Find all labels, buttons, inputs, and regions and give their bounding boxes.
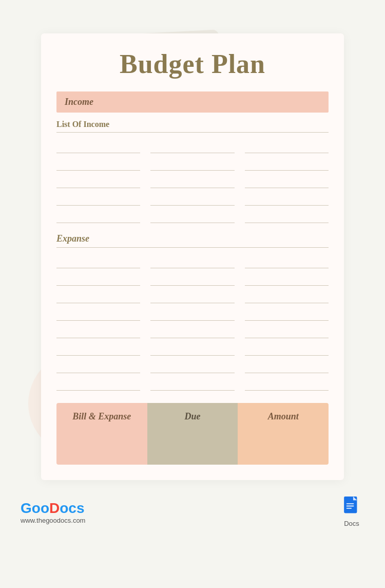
income-row-2-col-1[interactable] bbox=[56, 156, 140, 171]
bill-expanse-card: Bill & Expanse bbox=[56, 403, 147, 465]
income-section: Income List Of Income bbox=[56, 91, 329, 223]
expanse-table bbox=[56, 254, 329, 391]
income-row-5-col-2[interactable] bbox=[150, 209, 234, 223]
income-row-3-col-3[interactable] bbox=[245, 174, 329, 188]
expanse-row-3-col-2[interactable] bbox=[150, 289, 234, 303]
income-row-2-col-3[interactable] bbox=[245, 156, 329, 171]
footer-docs-icon: Docs bbox=[339, 497, 364, 527]
expanse-row-7-col-1[interactable] bbox=[56, 359, 140, 373]
logo-dot: D bbox=[49, 500, 60, 516]
list-of-income-label: List Of Income bbox=[56, 120, 329, 133]
footer-url: www.thegoodocs.com bbox=[21, 517, 85, 524]
expanse-row-1-col-1[interactable] bbox=[56, 254, 140, 268]
income-row-5-col-1[interactable] bbox=[56, 209, 140, 223]
expanse-header: Expanse bbox=[56, 233, 329, 248]
due-card: Due bbox=[147, 403, 238, 465]
income-row-1-col-3[interactable] bbox=[245, 139, 329, 153]
expanse-label: Expanse bbox=[56, 233, 89, 244]
expanse-row-5-col-1[interactable] bbox=[56, 324, 140, 338]
income-label: Income bbox=[65, 97, 93, 107]
expanse-row-4-col-2[interactable] bbox=[150, 306, 234, 321]
income-row-4-col-2[interactable] bbox=[150, 191, 234, 206]
income-col-1 bbox=[56, 139, 140, 223]
expanse-row-3-col-1[interactable] bbox=[56, 289, 140, 303]
logo-docs-text: ocs bbox=[60, 500, 84, 516]
income-header: Income bbox=[56, 91, 329, 113]
expanse-row-4-col-3[interactable] bbox=[245, 306, 329, 321]
svg-rect-5 bbox=[346, 506, 354, 507]
docs-icon-label: Docs bbox=[344, 520, 359, 527]
expanse-row-7-col-2[interactable] bbox=[150, 359, 234, 373]
amount-card: Amount bbox=[238, 403, 329, 465]
income-row-2-col-2[interactable] bbox=[150, 156, 234, 171]
expanse-row-6-col-3[interactable] bbox=[245, 341, 329, 356]
income-row-1-col-1[interactable] bbox=[56, 139, 140, 153]
amount-label: Amount bbox=[244, 411, 322, 422]
expanse-row-2-col-3[interactable] bbox=[245, 271, 329, 286]
income-col-2 bbox=[150, 139, 234, 223]
expanse-row-1-col-2[interactable] bbox=[150, 254, 234, 268]
page-wrapper: Budget Plan Income List Of Income bbox=[0, 0, 385, 588]
income-row-1-col-2[interactable] bbox=[150, 139, 234, 153]
income-row-3-col-1[interactable] bbox=[56, 174, 140, 188]
bill-expanse-label: Bill & Expanse bbox=[63, 411, 141, 422]
expanse-section: Expanse bbox=[56, 233, 329, 391]
summary-cards: Bill & Expanse Due Amount bbox=[56, 403, 329, 465]
expanse-col-1 bbox=[56, 254, 140, 391]
main-card: Budget Plan Income List Of Income bbox=[41, 33, 344, 480]
expanse-row-3-col-3[interactable] bbox=[245, 289, 329, 303]
income-row-3-col-2[interactable] bbox=[150, 174, 234, 188]
svg-rect-4 bbox=[346, 503, 354, 504]
expanse-row-6-col-1[interactable] bbox=[56, 341, 140, 356]
docs-icon-svg bbox=[340, 497, 363, 518]
expanse-row-6-col-2[interactable] bbox=[150, 341, 234, 356]
page-title: Budget Plan bbox=[56, 49, 329, 79]
expanse-row-4-col-1[interactable] bbox=[56, 306, 140, 321]
expanse-row-8-col-1[interactable] bbox=[56, 376, 140, 391]
due-label: Due bbox=[153, 411, 232, 422]
expanse-col-2 bbox=[150, 254, 234, 391]
expanse-row-2-col-2[interactable] bbox=[150, 271, 234, 286]
expanse-col-3 bbox=[245, 254, 329, 391]
expanse-row-8-col-2[interactable] bbox=[150, 376, 234, 391]
income-table bbox=[56, 139, 329, 223]
footer-branding: GooDocs www.thegoodocs.com bbox=[21, 500, 85, 524]
income-row-4-col-3[interactable] bbox=[245, 191, 329, 206]
logo-goo: Goo bbox=[21, 500, 49, 516]
expanse-row-8-col-3[interactable] bbox=[245, 376, 329, 391]
svg-rect-6 bbox=[346, 508, 352, 509]
footer: GooDocs www.thegoodocs.com Docs bbox=[0, 484, 385, 540]
expanse-row-5-col-3[interactable] bbox=[245, 324, 329, 338]
income-row-4-col-1[interactable] bbox=[56, 191, 140, 206]
expanse-row-5-col-2[interactable] bbox=[150, 324, 234, 338]
footer-logo: GooDocs bbox=[21, 500, 85, 517]
income-col-3 bbox=[245, 139, 329, 223]
income-row-5-col-3[interactable] bbox=[245, 209, 329, 223]
expanse-row-1-col-3[interactable] bbox=[245, 254, 329, 268]
expanse-row-2-col-1[interactable] bbox=[56, 271, 140, 286]
expanse-row-7-col-3[interactable] bbox=[245, 359, 329, 373]
